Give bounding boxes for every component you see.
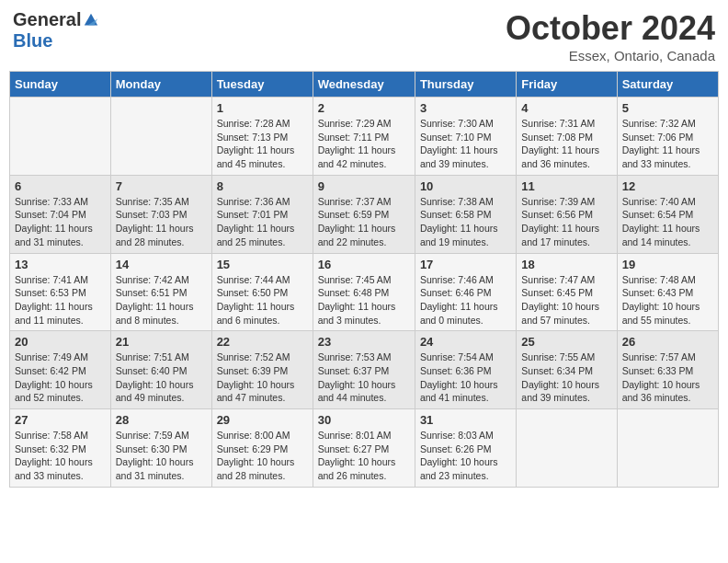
day-content: Sunrise: 7:47 AM Sunset: 6:45 PM Dayligh… bbox=[521, 273, 611, 327]
logo-blue-text: Blue bbox=[13, 30, 52, 52]
calendar-cell: 21Sunrise: 7:51 AM Sunset: 6:40 PM Dayli… bbox=[110, 331, 211, 409]
calendar-header-row: SundayMondayTuesdayWednesdayThursdayFrid… bbox=[10, 72, 719, 98]
location-subtitle: Essex, Ontario, Canada bbox=[506, 48, 715, 63]
calendar-cell: 20Sunrise: 7:49 AM Sunset: 6:42 PM Dayli… bbox=[10, 331, 111, 409]
day-content: Sunrise: 7:44 AM Sunset: 6:50 PM Dayligh… bbox=[217, 273, 308, 327]
day-content: Sunrise: 7:53 AM Sunset: 6:37 PM Dayligh… bbox=[318, 350, 410, 405]
calendar-cell: 29Sunrise: 8:00 AM Sunset: 6:29 PM Dayli… bbox=[211, 409, 313, 488]
day-content: Sunrise: 8:00 AM Sunset: 6:29 PM Dayligh… bbox=[217, 429, 308, 483]
calendar-cell: 27Sunrise: 7:58 AM Sunset: 6:32 PM Dayli… bbox=[10, 409, 111, 488]
column-header-tuesday: Tuesday bbox=[211, 72, 313, 98]
day-number: 2 bbox=[318, 101, 410, 115]
calendar-cell bbox=[10, 98, 111, 176]
calendar-cell: 24Sunrise: 7:54 AM Sunset: 6:36 PM Dayli… bbox=[415, 331, 516, 409]
calendar-week-row: 1Sunrise: 7:28 AM Sunset: 7:13 PM Daylig… bbox=[10, 98, 719, 176]
day-number: 23 bbox=[318, 335, 410, 349]
day-number: 21 bbox=[116, 335, 207, 349]
calendar-cell: 25Sunrise: 7:55 AM Sunset: 6:34 PM Dayli… bbox=[517, 331, 617, 409]
calendar-cell bbox=[110, 98, 211, 176]
day-number: 10 bbox=[420, 179, 511, 193]
calendar-cell bbox=[617, 409, 718, 488]
day-number: 8 bbox=[217, 179, 308, 193]
day-content: Sunrise: 7:32 AM Sunset: 7:06 PM Dayligh… bbox=[622, 117, 713, 171]
calendar-cell: 11Sunrise: 7:39 AM Sunset: 6:56 PM Dayli… bbox=[517, 175, 617, 253]
logo: General Blue bbox=[13, 9, 99, 52]
day-content: Sunrise: 7:42 AM Sunset: 6:51 PM Dayligh… bbox=[116, 273, 207, 327]
day-number: 6 bbox=[15, 179, 106, 193]
day-number: 31 bbox=[420, 413, 511, 427]
day-content: Sunrise: 7:33 AM Sunset: 7:04 PM Dayligh… bbox=[15, 195, 106, 249]
day-content: Sunrise: 8:01 AM Sunset: 6:27 PM Dayligh… bbox=[318, 429, 410, 483]
day-content: Sunrise: 7:57 AM Sunset: 6:33 PM Dayligh… bbox=[622, 350, 713, 405]
day-content: Sunrise: 7:59 AM Sunset: 6:30 PM Dayligh… bbox=[116, 429, 207, 483]
day-number: 19 bbox=[622, 258, 713, 271]
calendar-cell: 16Sunrise: 7:45 AM Sunset: 6:48 PM Dayli… bbox=[313, 253, 415, 331]
day-number: 14 bbox=[116, 258, 207, 271]
calendar-cell: 1Sunrise: 7:28 AM Sunset: 7:13 PM Daylig… bbox=[211, 98, 313, 176]
day-number: 3 bbox=[420, 101, 511, 115]
calendar-cell: 19Sunrise: 7:48 AM Sunset: 6:43 PM Dayli… bbox=[617, 253, 718, 331]
calendar-cell: 18Sunrise: 7:47 AM Sunset: 6:45 PM Dayli… bbox=[517, 253, 617, 331]
day-number: 25 bbox=[521, 335, 611, 349]
calendar-cell: 5Sunrise: 7:32 AM Sunset: 7:06 PM Daylig… bbox=[617, 98, 718, 176]
column-header-monday: Monday bbox=[110, 72, 211, 98]
day-number: 12 bbox=[622, 179, 713, 193]
calendar-cell bbox=[517, 409, 617, 488]
day-number: 26 bbox=[622, 335, 713, 349]
calendar-cell: 12Sunrise: 7:40 AM Sunset: 6:54 PM Dayli… bbox=[617, 175, 718, 253]
calendar-cell: 28Sunrise: 7:59 AM Sunset: 6:30 PM Dayli… bbox=[110, 409, 211, 488]
column-header-wednesday: Wednesday bbox=[313, 72, 415, 98]
calendar-cell: 10Sunrise: 7:38 AM Sunset: 6:58 PM Dayli… bbox=[415, 175, 516, 253]
day-number: 1 bbox=[217, 101, 308, 115]
calendar-cell: 13Sunrise: 7:41 AM Sunset: 6:53 PM Dayli… bbox=[10, 253, 111, 331]
day-content: Sunrise: 7:45 AM Sunset: 6:48 PM Dayligh… bbox=[318, 273, 410, 327]
day-number: 7 bbox=[116, 179, 207, 193]
month-title: October 2024 bbox=[506, 9, 715, 48]
day-number: 4 bbox=[521, 101, 611, 115]
day-number: 17 bbox=[420, 258, 511, 271]
calendar-cell: 31Sunrise: 8:03 AM Sunset: 6:26 PM Dayli… bbox=[415, 409, 516, 488]
calendar-week-row: 27Sunrise: 7:58 AM Sunset: 6:32 PM Dayli… bbox=[10, 409, 719, 488]
column-header-sunday: Sunday bbox=[10, 72, 111, 98]
day-content: Sunrise: 7:48 AM Sunset: 6:43 PM Dayligh… bbox=[622, 273, 713, 327]
day-number: 11 bbox=[521, 179, 611, 193]
page-header: General Blue October 2024 Essex, Ontario… bbox=[9, 9, 719, 63]
day-number: 16 bbox=[318, 258, 410, 271]
day-content: Sunrise: 7:49 AM Sunset: 6:42 PM Dayligh… bbox=[15, 350, 106, 405]
day-content: Sunrise: 7:35 AM Sunset: 7:03 PM Dayligh… bbox=[116, 195, 207, 249]
day-number: 15 bbox=[217, 258, 308, 271]
day-content: Sunrise: 7:54 AM Sunset: 6:36 PM Dayligh… bbox=[420, 350, 511, 405]
day-content: Sunrise: 7:40 AM Sunset: 6:54 PM Dayligh… bbox=[622, 195, 713, 249]
calendar-cell: 22Sunrise: 7:52 AM Sunset: 6:39 PM Dayli… bbox=[211, 331, 313, 409]
calendar-cell: 3Sunrise: 7:30 AM Sunset: 7:10 PM Daylig… bbox=[415, 98, 516, 176]
day-number: 22 bbox=[217, 335, 308, 349]
calendar-week-row: 6Sunrise: 7:33 AM Sunset: 7:04 PM Daylig… bbox=[10, 175, 719, 253]
day-content: Sunrise: 8:03 AM Sunset: 6:26 PM Dayligh… bbox=[420, 429, 511, 483]
calendar-cell: 7Sunrise: 7:35 AM Sunset: 7:03 PM Daylig… bbox=[110, 175, 211, 253]
day-content: Sunrise: 7:38 AM Sunset: 6:58 PM Dayligh… bbox=[420, 195, 511, 249]
day-content: Sunrise: 7:41 AM Sunset: 6:53 PM Dayligh… bbox=[15, 273, 106, 327]
day-content: Sunrise: 7:55 AM Sunset: 6:34 PM Dayligh… bbox=[521, 350, 611, 405]
day-number: 5 bbox=[622, 101, 713, 115]
calendar-cell: 17Sunrise: 7:46 AM Sunset: 6:46 PM Dayli… bbox=[415, 253, 516, 331]
day-content: Sunrise: 7:37 AM Sunset: 6:59 PM Dayligh… bbox=[318, 195, 410, 249]
day-number: 24 bbox=[420, 335, 511, 349]
calendar-cell: 30Sunrise: 8:01 AM Sunset: 6:27 PM Dayli… bbox=[313, 409, 415, 488]
day-number: 18 bbox=[521, 258, 611, 271]
calendar-cell: 9Sunrise: 7:37 AM Sunset: 6:59 PM Daylig… bbox=[313, 175, 415, 253]
day-content: Sunrise: 7:52 AM Sunset: 6:39 PM Dayligh… bbox=[217, 350, 308, 405]
day-content: Sunrise: 7:46 AM Sunset: 6:46 PM Dayligh… bbox=[420, 273, 511, 327]
calendar-cell: 23Sunrise: 7:53 AM Sunset: 6:37 PM Dayli… bbox=[313, 331, 415, 409]
calendar-cell: 14Sunrise: 7:42 AM Sunset: 6:51 PM Dayli… bbox=[110, 253, 211, 331]
calendar-cell: 2Sunrise: 7:29 AM Sunset: 7:11 PM Daylig… bbox=[313, 98, 415, 176]
calendar-table: SundayMondayTuesdayWednesdayThursdayFrid… bbox=[9, 71, 719, 488]
column-header-saturday: Saturday bbox=[617, 72, 718, 98]
day-number: 29 bbox=[217, 413, 308, 427]
day-content: Sunrise: 7:36 AM Sunset: 7:01 PM Dayligh… bbox=[217, 195, 308, 249]
day-number: 28 bbox=[116, 413, 207, 427]
calendar-week-row: 20Sunrise: 7:49 AM Sunset: 6:42 PM Dayli… bbox=[10, 331, 719, 409]
day-number: 9 bbox=[318, 179, 410, 193]
title-block: October 2024 Essex, Ontario, Canada bbox=[506, 9, 715, 63]
day-content: Sunrise: 7:51 AM Sunset: 6:40 PM Dayligh… bbox=[116, 350, 207, 405]
day-number: 30 bbox=[318, 413, 410, 427]
